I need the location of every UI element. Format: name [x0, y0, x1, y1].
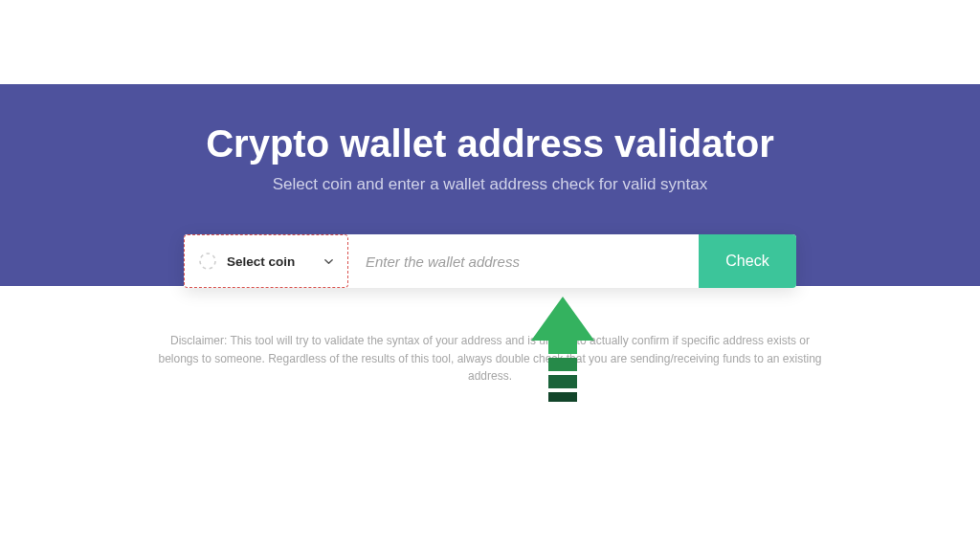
page-subtitle: Select coin and enter a wallet address c… — [19, 175, 961, 194]
svg-rect-5 — [548, 392, 577, 402]
form-row: Select coin Check — [184, 234, 796, 288]
page-title: Crypto wallet address validator — [19, 122, 961, 165]
disclaimer-text: Disclaimer: This tool will try to valida… — [155, 332, 825, 386]
top-bar — [0, 0, 980, 84]
coin-select-dropdown[interactable]: Select coin — [184, 234, 348, 288]
check-button[interactable]: Check — [699, 234, 796, 288]
validator-form: Select coin Check — [184, 234, 796, 288]
svg-point-0 — [200, 253, 215, 269]
coin-placeholder-icon — [198, 252, 217, 271]
chevron-down-icon — [323, 256, 334, 267]
coin-select-label: Select coin — [227, 254, 295, 269]
wallet-address-input[interactable] — [348, 234, 699, 288]
